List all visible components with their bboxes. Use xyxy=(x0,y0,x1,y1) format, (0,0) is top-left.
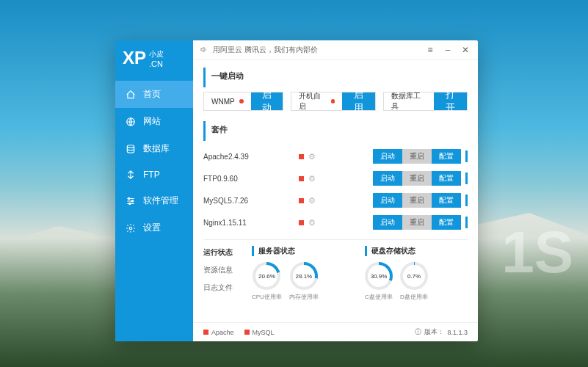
nav-label: 软件管理 xyxy=(143,195,178,207)
promo-text: 用阿里云 腾讯云，我们有内部价 xyxy=(213,45,318,55)
bottom-tab[interactable]: 资源信息 xyxy=(203,264,243,277)
gear-icon[interactable]: ⚙ xyxy=(308,196,316,206)
svg-point-3 xyxy=(131,200,133,202)
app-window: XP 小皮 .CN 首页网站数据库FTP软件管理设置 用阿里云 腾讯云，我们有内… xyxy=(115,40,478,341)
config-button[interactable]: 配置 xyxy=(432,193,461,208)
restart-button[interactable]: 重启 xyxy=(402,149,432,164)
nav-label: FTP xyxy=(143,170,160,180)
gauge-circle: 0.7% xyxy=(400,262,428,290)
start-button[interactable]: 启动 xyxy=(373,193,402,208)
gauge: 20.6%CPU使用率 xyxy=(252,262,282,301)
quick-btn-启用[interactable]: 启用 xyxy=(342,92,375,110)
logo: XP 小皮 .CN xyxy=(115,40,193,81)
minimize-button[interactable]: – xyxy=(443,45,453,55)
gauge-circle: 20.6% xyxy=(253,262,280,290)
gauge: 28.1%内存使用率 xyxy=(289,262,319,301)
svg-point-1 xyxy=(127,145,134,148)
quick-数据库工具: 数据库工具打开 xyxy=(383,92,468,111)
ftp-icon xyxy=(126,170,136,180)
nav-sliders[interactable]: 软件管理 xyxy=(115,187,193,214)
quick-label: WNMP xyxy=(204,98,251,106)
sliders-icon xyxy=(126,196,136,206)
gauge-label: D盘使用率 xyxy=(400,293,428,301)
status-dot xyxy=(331,99,335,103)
gauge-circle: 28.1% xyxy=(290,262,318,290)
quick-label: 开机自启 xyxy=(291,91,343,112)
service-row: FTP0.9.60⚙启动重启配置 xyxy=(203,167,468,189)
footer-service: Apache xyxy=(203,329,234,336)
nav-label: 网站 xyxy=(143,115,161,128)
db-icon xyxy=(126,144,136,154)
start-button[interactable]: 启动 xyxy=(373,171,402,186)
gear-icon[interactable]: ⚙ xyxy=(308,174,316,184)
svg-point-5 xyxy=(129,227,132,230)
quick-btn-启动[interactable]: 启动 xyxy=(251,92,283,110)
disk-status-title: 硬盘存储状态 xyxy=(365,246,468,256)
gauge-label: 内存使用率 xyxy=(289,293,319,301)
svg-point-2 xyxy=(128,197,130,199)
bottom-tab[interactable]: 日志文件 xyxy=(203,281,243,294)
titlebar: 用阿里云 腾讯云，我们有内部价 ≡ – ✕ xyxy=(193,40,478,60)
gauge-label: C盘使用率 xyxy=(365,293,393,301)
config-button[interactable]: 配置 xyxy=(432,171,461,186)
footer: ApacheMySQL ⓘ 版本：8.1.1.3 xyxy=(193,322,478,341)
close-button[interactable]: ✕ xyxy=(460,45,471,55)
logo-brand: XP xyxy=(123,49,146,67)
service-name: Nginx1.15.11 xyxy=(203,219,299,227)
start-button[interactable]: 启动 xyxy=(373,215,402,230)
menu-button[interactable]: ≡ xyxy=(425,45,435,55)
nav-globe[interactable]: 网站 xyxy=(115,108,193,135)
accent-bar xyxy=(465,217,468,228)
svg-point-4 xyxy=(129,203,131,204)
quick-btn-打开[interactable]: 打开 xyxy=(434,92,467,110)
nav-label: 设置 xyxy=(143,222,161,234)
config-button[interactable]: 配置 xyxy=(432,215,461,230)
status-dot xyxy=(239,99,244,103)
bottom-tab[interactable]: 运行状态 xyxy=(203,246,243,259)
start-button[interactable]: 启动 xyxy=(373,149,402,164)
restart-button[interactable]: 重启 xyxy=(402,193,432,208)
status-square xyxy=(244,330,250,335)
quick-label: 数据库工具 xyxy=(384,91,434,112)
service-row: Nginx1.15.11⚙启动重启配置 xyxy=(203,211,468,233)
version-value: 8.1.1.3 xyxy=(447,329,468,336)
status-square xyxy=(299,154,304,159)
nav-gear[interactable]: 设置 xyxy=(115,214,193,241)
restart-button[interactable]: 重启 xyxy=(402,171,432,186)
quick-开机自启: 开机自启 启用 xyxy=(291,92,377,111)
sidebar: XP 小皮 .CN 首页网站数据库FTP软件管理设置 xyxy=(115,40,193,341)
config-button[interactable]: 配置 xyxy=(432,149,461,164)
nav-db[interactable]: 数据库 xyxy=(115,135,193,162)
version-label: 版本： xyxy=(424,327,444,337)
logo-cn: .CN xyxy=(149,59,164,69)
quick-start-title: 一键启动 xyxy=(203,68,468,87)
services-title: 套件 xyxy=(203,121,468,141)
service-name: Apache2.4.39 xyxy=(203,153,299,161)
logo-sub: 小皮 xyxy=(149,49,164,59)
service-row: Apache2.4.39⚙启动重启配置 xyxy=(203,145,468,167)
home-icon xyxy=(126,90,136,100)
info-icon: ⓘ xyxy=(415,327,421,337)
status-square xyxy=(299,220,304,225)
gauge: 0.7%D盘使用率 xyxy=(400,262,428,301)
footer-service: MySQL xyxy=(244,329,275,336)
service-row: MySQL5.7.26⚙启动重启配置 xyxy=(203,189,468,211)
status-square xyxy=(203,330,208,335)
service-name: FTP0.9.60 xyxy=(203,175,299,183)
gear-icon[interactable]: ⚙ xyxy=(308,218,316,228)
gauge: 30.9%C盘使用率 xyxy=(365,262,393,301)
nav-label: 首页 xyxy=(143,88,161,101)
gauge-label: CPU使用率 xyxy=(252,293,282,301)
nav-ftp[interactable]: FTP xyxy=(115,162,193,187)
globe-icon xyxy=(126,117,136,127)
quick-WNMP: WNMP 启动 xyxy=(203,92,283,111)
watermark: 1S xyxy=(501,219,573,286)
nav-home[interactable]: 首页 xyxy=(115,81,193,108)
gauge-circle: 30.9% xyxy=(365,262,393,290)
accent-bar xyxy=(465,195,468,206)
speaker-icon xyxy=(200,46,208,55)
accent-bar xyxy=(465,150,468,162)
restart-button[interactable]: 重启 xyxy=(402,215,432,230)
status-square xyxy=(299,176,304,181)
gear-icon[interactable]: ⚙ xyxy=(308,152,316,161)
